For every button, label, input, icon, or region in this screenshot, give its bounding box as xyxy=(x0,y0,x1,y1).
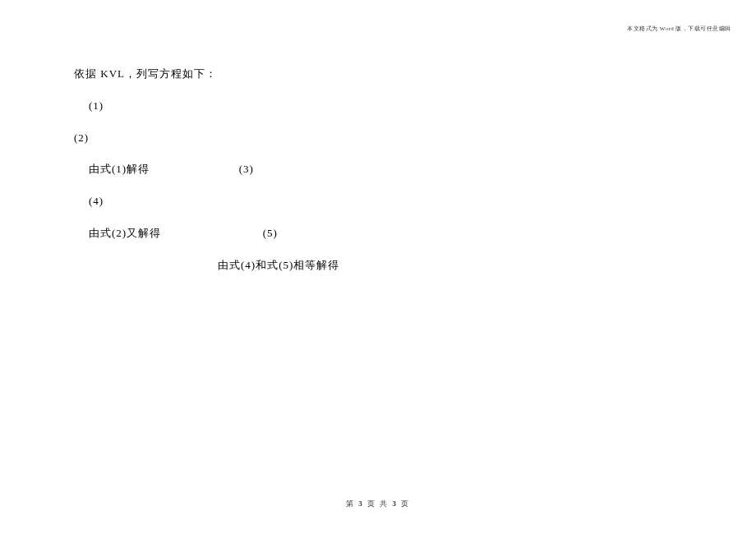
footer-mid: 页 共 xyxy=(364,499,393,508)
text-line-solve1: 由式(1)解得 (3) xyxy=(74,161,682,178)
header-watermark: 本文格式为 Word 版，下载可任意编辑 xyxy=(627,25,731,33)
footer-suffix: 页 xyxy=(398,499,410,508)
text-line-eq1: (1) xyxy=(74,98,682,115)
solve2-suffix: (5) xyxy=(263,227,278,239)
text-line-combine: 由式(4)和式(5)相等解得 xyxy=(74,257,682,274)
text-line-eq4: (4) xyxy=(74,193,682,210)
footer-prefix: 第 xyxy=(346,499,358,508)
page-footer: 第 3 页 共 3 页 xyxy=(0,499,756,509)
text-line-eq2: (2) xyxy=(74,130,682,147)
text-line-solve2: 由式(2)又解得 (5) xyxy=(74,225,682,242)
text-line-intro: 依据 KVL，列写方程如下： xyxy=(74,66,682,83)
document-body: 依据 KVL，列写方程如下： (1) (2) 由式(1)解得 (3) (4) 由… xyxy=(0,0,756,274)
solve2-prefix: 由式(2)又解得 xyxy=(89,227,161,239)
solve1-prefix: 由式(1)解得 xyxy=(89,163,150,175)
solve1-suffix: (3) xyxy=(239,163,254,175)
